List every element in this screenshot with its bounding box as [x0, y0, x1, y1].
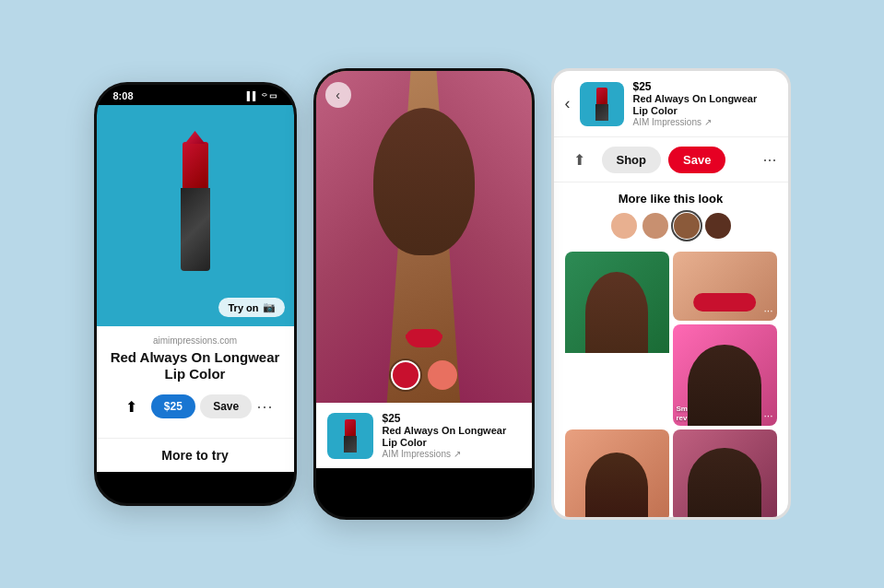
swatch-dark-red[interactable]: [391, 360, 420, 390]
look-section-title: More like this look: [565, 192, 777, 206]
look-color-swatches: [565, 213, 777, 239]
header-body: [595, 104, 608, 121]
header-bullet: [596, 88, 607, 104]
lipstick-bullet: [183, 142, 208, 188]
lips-image-dots[interactable]: ···: [763, 304, 772, 317]
phone-1-product-info: aimimpressions.com Red Always On Longwea…: [97, 326, 294, 438]
look-swatch-1[interactable]: [611, 213, 637, 239]
battery-icon: ▭: [269, 91, 277, 100]
thumb-body: [344, 436, 357, 453]
share-button[interactable]: ⬆: [117, 392, 147, 421]
external-link-icon-2: ↗: [454, 449, 461, 459]
back-button-3[interactable]: ‹: [565, 94, 571, 113]
grid-image-dark-woman[interactable]: Smudge-proof lipstickreviews ···: [673, 324, 777, 426]
signal-icon: ▌▌: [247, 91, 259, 100]
look-image-grid: ··· Smudge-proof lipstickreviews ···: [554, 252, 788, 426]
phone-2: ‹ $25 Red Always On LongwearLip Color AI…: [313, 68, 535, 520]
try-on-button[interactable]: Try on 📷: [218, 298, 284, 317]
lipstick-body: [181, 188, 210, 271]
wifi-icon: ⌔: [262, 91, 266, 100]
woman3-image: [673, 429, 777, 520]
grid-image-woman2[interactable]: [565, 429, 669, 520]
header-lipstick-icon: [595, 88, 609, 121]
share-icon-3: ⬆: [573, 151, 585, 169]
header-price: $25: [633, 80, 777, 93]
status-time: 8:08: [113, 90, 134, 101]
phone-1-action-bar: ⬆ $25 Save ···: [110, 392, 281, 421]
try-on-label: Try on: [228, 302, 258, 313]
product-website: aimimpressions.com: [110, 335, 281, 346]
lips-red: [406, 335, 442, 347]
dark-woman-caption: Smudge-proof lipstickreviews: [677, 405, 754, 422]
product-vendor-2: AIM Impressions ↗: [383, 449, 521, 459]
grid-image-lips[interactable]: ···: [673, 252, 777, 321]
lipstick-illustration: [163, 142, 228, 289]
thumb-lipstick-icon: [343, 419, 358, 453]
phone-2-product-card: $25 Red Always On LongwearLip Color AIM …: [316, 403, 532, 468]
camera-icon: 📷: [263, 301, 276, 313]
look-swatch-2[interactable]: [642, 213, 668, 239]
grid-image-green-woman[interactable]: [565, 252, 669, 426]
price-badge[interactable]: $25: [151, 394, 195, 418]
shop-button[interactable]: Shop: [602, 147, 662, 173]
header-product-name: Red Always On LongwearLip Color: [633, 93, 777, 117]
woman2-image: [565, 429, 669, 520]
color-swatches: [391, 360, 457, 390]
face-skin: [373, 108, 475, 255]
product-name-2: Red Always On LongwearLip Color: [383, 425, 521, 449]
phone-3-actions: ⬆ Shop Save ···: [554, 137, 788, 182]
dark-woman-dots[interactable]: ···: [763, 409, 772, 422]
save-button[interactable]: Save: [200, 394, 252, 418]
more-to-try-bar[interactable]: More to try: [97, 438, 294, 472]
lips-closeup-image: ···: [673, 252, 777, 321]
back-chevron-icon: ‹: [336, 88, 340, 102]
look-swatch-4[interactable]: [705, 213, 731, 239]
phone-1: 8:08 ▌▌ ⌔ ▭ Try on 📷 aimimpressions.com …: [94, 82, 297, 506]
product-info-small: $25 Red Always On LongwearLip Color AIM …: [383, 412, 521, 459]
save-button-3[interactable]: Save: [668, 147, 725, 173]
swatch-light-red[interactable]: [428, 360, 457, 390]
product-thumbnail-2: [327, 413, 373, 459]
share-button-3[interactable]: ⬆: [565, 145, 595, 174]
more-button-3[interactable]: ···: [762, 150, 776, 170]
look-image-grid-row2: [554, 426, 788, 520]
green-woman-image: [565, 252, 669, 353]
share-icon: ⬆: [125, 398, 137, 416]
phone-1-status-bar: 8:08 ▌▌ ⌔ ▭: [97, 85, 294, 105]
product-price-2: $25: [383, 412, 521, 425]
header-vendor: AIM Impressions ↗: [633, 117, 777, 127]
phone-3-header: ‹ $25 Red Always On LongwearLip Color AI…: [554, 71, 788, 137]
thumb-bullet: [345, 419, 356, 436]
phone-3: ‹ $25 Red Always On LongwearLip Color AI…: [551, 68, 791, 520]
header-product-info: $25 Red Always On LongwearLip Color AIM …: [633, 80, 777, 127]
look-section: More like this look: [554, 182, 788, 252]
header-product-thumbnail: [580, 82, 624, 126]
back-button-2[interactable]: ‹: [325, 82, 351, 108]
more-to-try-label: More to try: [161, 448, 228, 463]
product-hero-image: Try on 📷: [97, 105, 294, 326]
phones-container: 8:08 ▌▌ ⌔ ▭ Try on 📷 aimimpressions.com …: [76, 50, 809, 538]
more-button[interactable]: ···: [256, 397, 273, 417]
status-icons: ▌▌ ⌔ ▭: [247, 91, 277, 100]
product-title: Red Always On LongwearLip Color: [110, 349, 281, 382]
dark-woman-image: Smudge-proof lipstickreviews ···: [673, 324, 777, 426]
grid-image-woman3[interactable]: [673, 429, 777, 520]
look-swatch-3[interactable]: [674, 213, 700, 239]
woman-face-bg: [316, 71, 532, 403]
ar-try-on-view: ‹: [316, 71, 532, 403]
